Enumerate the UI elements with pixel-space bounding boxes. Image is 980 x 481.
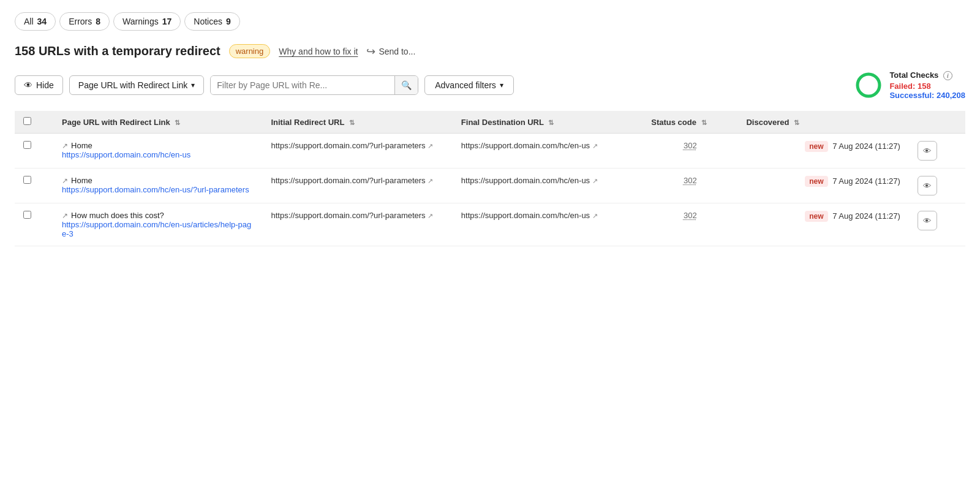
status-code-0: 302 — [684, 141, 697, 150]
row-checkbox-cell[interactable] — [15, 203, 53, 246]
sort-final-url-icon: ⇅ — [548, 119, 554, 127]
eye-icon-2: 👁 — [923, 216, 931, 225]
row-checkbox-cell[interactable] — [15, 169, 53, 203]
row-final-url-cell: https://support.domain.com/hc/en-us ↗ — [453, 203, 643, 246]
select-all-checkbox[interactable] — [23, 117, 31, 125]
tab-warnings[interactable]: Warnings 17 — [113, 12, 181, 31]
total-checks-card: Total Checks i Failed: 158 Successful: 2… — [855, 70, 965, 100]
table-row: ↗ Home https://support.domain.com/hc/en-… — [15, 134, 965, 169]
search-button[interactable]: 🔍 — [394, 76, 418, 94]
view-button-2[interactable]: 👁 — [918, 211, 937, 230]
page-title-1: ↗ Home — [62, 176, 254, 185]
results-table: Page URL with Redirect Link ⇅ Initial Re… — [15, 111, 965, 246]
row-action-cell: 👁 — [909, 169, 965, 203]
table-row: ↗ Home https://support.domain.com/hc/en-… — [15, 169, 965, 203]
warning-badge: warning — [229, 44, 271, 58]
chevron-down-icon: ▾ — [191, 81, 195, 89]
eye-icon-0: 👁 — [923, 146, 931, 156]
search-wrapper: 🔍 — [210, 75, 418, 95]
initial-url-ext-icon-0[interactable]: ↗ — [428, 142, 433, 150]
col-discovered[interactable]: Discovered ⇅ — [737, 111, 908, 134]
row-initial-url-cell: https://support.domain.com/?url-paramete… — [262, 203, 452, 246]
initial-url-ext-icon-1[interactable]: ↗ — [428, 177, 433, 184]
column-filter-dropdown[interactable]: Page URL with Redirect Link ▾ — [69, 75, 204, 95]
row-page-url-cell: ↗ Home https://support.domain.com/hc/en-… — [53, 134, 262, 169]
ext-link-icon[interactable]: ↗ — [62, 176, 68, 185]
tab-errors[interactable]: Errors 8 — [59, 12, 110, 31]
send-to-button[interactable]: ↪ Send to... — [366, 45, 415, 58]
new-badge-1: new — [805, 176, 827, 187]
search-input[interactable] — [211, 76, 394, 94]
select-all-checkbox-header[interactable] — [15, 111, 53, 134]
eye-icon-1: 👁 — [923, 181, 931, 191]
row-action-cell: 👁 — [909, 203, 965, 246]
row-discovered-cell: new 7 Aug 2024 (11:27) — [737, 203, 908, 246]
page-url-link-0[interactable]: https://support.domain.com/hc/en-us — [62, 150, 190, 159]
final-url-text-1: https://support.domain.com/hc/en-us — [461, 176, 590, 185]
tab-all[interactable]: All 34 — [15, 12, 56, 31]
main-title: 158 URLs with a temporary redirect — [15, 44, 221, 58]
view-button-0[interactable]: 👁 — [918, 141, 937, 161]
advanced-filters-button[interactable]: Advanced filters ▾ — [424, 75, 514, 95]
sort-status-icon: ⇅ — [701, 119, 707, 127]
final-url-ext-icon-0[interactable]: ↗ — [592, 142, 598, 150]
row-status-cell: 302 — [643, 134, 737, 169]
hide-button[interactable]: 👁 Hide — [15, 75, 63, 95]
row-action-cell: 👁 — [909, 134, 965, 169]
tabs-row: All 34Errors 8Warnings 17Notices 9 — [15, 12, 965, 31]
initial-url-ext-icon-2[interactable]: ↗ — [428, 212, 433, 219]
new-badge-2: new — [805, 211, 827, 222]
status-code-2: 302 — [684, 211, 697, 220]
total-checks-donut-chart — [855, 72, 882, 99]
sort-initial-url-icon: ⇅ — [349, 119, 355, 127]
final-url-text-0: https://support.domain.com/hc/en-us — [461, 141, 590, 150]
col-page-url[interactable]: Page URL with Redirect Link ⇅ — [53, 111, 262, 134]
view-button-1[interactable]: 👁 — [918, 176, 937, 195]
table-row: ↗ How much does this cost? https://suppo… — [15, 203, 965, 246]
search-icon: 🔍 — [401, 80, 412, 90]
final-url-text-2: https://support.domain.com/hc/en-us — [461, 211, 590, 220]
new-badge-0: new — [805, 141, 827, 152]
discovered-date-1: 7 Aug 2024 (11:27) — [832, 176, 900, 186]
col-status-code[interactable]: Status code ⇅ — [643, 111, 737, 134]
initial-url-text-2: https://support.domain.com/?url-paramete… — [271, 211, 425, 220]
status-code-1: 302 — [684, 176, 697, 185]
final-url-ext-icon-1[interactable]: ↗ — [592, 177, 598, 184]
page-title-0: ↗ Home — [62, 141, 254, 150]
initial-url-text-1: https://support.domain.com/?url-paramete… — [271, 176, 425, 185]
ext-link-icon[interactable]: ↗ — [62, 142, 68, 150]
row-final-url-cell: https://support.domain.com/hc/en-us ↗ — [453, 134, 643, 169]
heading-row: 158 URLs with a temporary redirect warni… — [15, 44, 965, 58]
eye-icon: 👁 — [24, 80, 32, 90]
row-final-url-cell: https://support.domain.com/hc/en-us ↗ — [453, 169, 643, 203]
why-link[interactable]: Why and how to fix it — [279, 47, 358, 56]
row-status-cell: 302 — [643, 169, 737, 203]
row-checkbox-cell[interactable] — [15, 134, 53, 169]
row-page-url-cell: ↗ How much does this cost? https://suppo… — [53, 203, 262, 246]
discovered-date-2: 7 Aug 2024 (11:27) — [832, 211, 900, 221]
row-checkbox-0[interactable] — [23, 141, 31, 149]
page-title-2: ↗ How much does this cost? — [62, 211, 254, 220]
final-url-ext-icon-2[interactable]: ↗ — [592, 212, 598, 219]
sort-page-url-icon: ⇅ — [175, 119, 180, 127]
col-action — [909, 111, 965, 134]
send-to-arrow-icon: ↪ — [366, 45, 375, 58]
row-discovered-cell: new 7 Aug 2024 (11:27) — [737, 134, 908, 169]
tab-notices[interactable]: Notices 9 — [184, 12, 239, 31]
col-final-url[interactable]: Final Destination URL ⇅ — [453, 111, 643, 134]
table-header: Page URL with Redirect Link ⇅ Initial Re… — [15, 111, 965, 134]
page-url-link-1[interactable]: https://support.domain.com/hc/en-us/?url… — [62, 185, 249, 194]
advanced-filters-chevron-icon: ▾ — [500, 81, 503, 89]
sort-discovered-icon: ⇅ — [794, 119, 799, 127]
col-initial-url[interactable]: Initial Redirect URL ⇅ — [262, 111, 452, 134]
row-checkbox-2[interactable] — [23, 211, 31, 219]
total-checks-text: Total Checks i Failed: 158 Successful: 2… — [889, 70, 965, 100]
page-url-link-2[interactable]: https://support.domain.com/hc/en-us/arti… — [62, 220, 251, 238]
row-initial-url-cell: https://support.domain.com/?url-paramete… — [262, 134, 452, 169]
info-icon[interactable]: i — [943, 71, 952, 80]
ext-link-icon[interactable]: ↗ — [62, 211, 68, 220]
filter-row-wrapper: 👁 Hide Page URL with Redirect Link ▾ 🔍 A… — [15, 70, 965, 100]
table-body: ↗ Home https://support.domain.com/hc/en-… — [15, 134, 965, 246]
initial-url-text-0: https://support.domain.com/?url-paramete… — [271, 141, 425, 150]
row-checkbox-1[interactable] — [23, 176, 31, 184]
